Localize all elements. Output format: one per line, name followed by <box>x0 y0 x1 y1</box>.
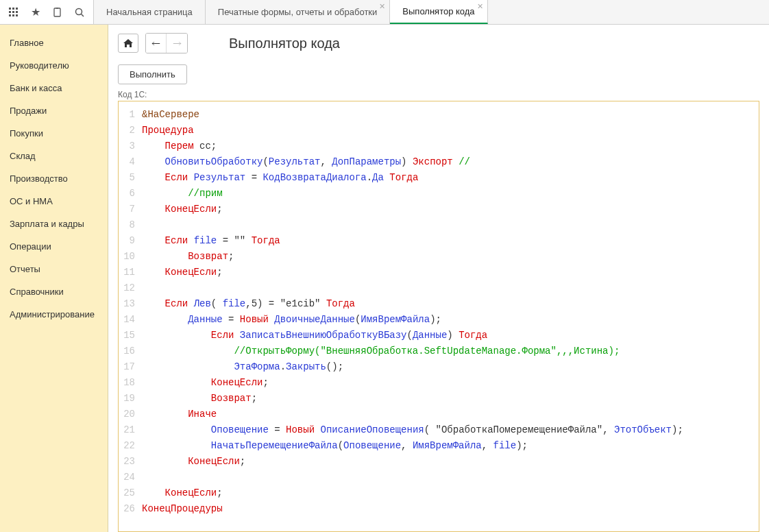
sidebar-item-7[interactable]: ОС и НМА <box>0 190 108 213</box>
code-text: Иначе <box>142 407 756 422</box>
code-text: Оповещение = Новый ОписаниеОповещения( "… <box>142 422 756 438</box>
tab-label: Печатные формы, отчеты и обработки <box>218 7 378 17</box>
back-button[interactable]: 🡐 <box>146 34 167 53</box>
star-icon[interactable]: ★ <box>25 0 47 25</box>
code-text: Если Результат = КодВозвратаДиалога.Да Т… <box>142 170 756 186</box>
tab-label: Выполнятор кода <box>402 6 474 16</box>
line-number: 1 <box>121 107 142 123</box>
sidebar-item-1[interactable]: Руководителю <box>0 54 108 77</box>
code-text: //прим <box>142 186 756 202</box>
clipboard-icon[interactable] <box>47 0 69 25</box>
code-text: Процедура <box>142 123 756 138</box>
svg-rect-5 <box>16 11 18 13</box>
sidebar-item-4[interactable]: Покупки <box>0 122 108 145</box>
tab-label: Начальная страница <box>106 7 193 17</box>
code-text: КонецПроцедуры <box>142 501 756 517</box>
line-number: 7 <box>121 202 142 217</box>
code-line: 12 <box>121 280 756 296</box>
code-label: Код 1С: <box>118 90 759 99</box>
code-line: 17 ЭтаФорма.Закрыть(); <box>121 359 756 375</box>
code-text: ЭтаФорма.Закрыть(); <box>142 359 756 375</box>
content-area: 🡐 🡒 Выполнятор кода Выполнить Код 1С: 1&… <box>108 25 769 532</box>
line-number: 22 <box>121 438 142 454</box>
sidebar-item-11[interactable]: Справочники <box>0 280 108 303</box>
line-number: 14 <box>121 312 142 328</box>
line-number: 3 <box>121 138 142 154</box>
svg-line-11 <box>82 14 84 16</box>
code-line: 15 Если ЗаписатьВнешниюОбработкуВБазу(Да… <box>121 328 756 343</box>
tab-2[interactable]: Выполнятор кода✕ <box>390 0 487 24</box>
close-icon[interactable]: ✕ <box>477 2 483 11</box>
code-line: 26КонецПроцедуры <box>121 501 756 517</box>
sidebar-item-6[interactable]: Производство <box>0 167 108 190</box>
sidebar-item-12[interactable]: Администрирование <box>0 303 108 326</box>
sidebar-item-8[interactable]: Зарплата и кадры <box>0 213 108 235</box>
code-line: 13 Если Лев( file,5) = "e1cib" Тогда <box>121 296 756 312</box>
code-text <box>142 217 756 233</box>
code-text: Если file = "" Тогда <box>142 233 756 249</box>
code-line: 5 Если Результат = КодВозвратаДиалога.Да… <box>121 170 756 186</box>
line-number: 18 <box>121 375 142 391</box>
svg-rect-2 <box>16 8 18 10</box>
line-number: 15 <box>121 328 142 343</box>
line-number: 4 <box>121 154 142 170</box>
svg-rect-3 <box>9 11 11 13</box>
line-number: 19 <box>121 391 142 407</box>
code-text: КонецЕсли; <box>142 485 756 501</box>
svg-rect-6 <box>9 14 11 16</box>
forward-button[interactable]: 🡒 <box>167 34 187 53</box>
sidebar: ГлавноеРуководителюБанк и кассаПродажиПо… <box>0 25 108 532</box>
code-line: 14 Данные = Новый ДвоичныеДанные(ИмяВрем… <box>121 312 756 328</box>
code-text <box>142 280 756 296</box>
svg-point-10 <box>76 8 82 14</box>
close-icon[interactable]: ✕ <box>379 2 385 11</box>
run-button[interactable]: Выполнить <box>118 64 187 84</box>
code-line: 7 КонецЕсли; <box>121 202 756 217</box>
code-line: 3 Перем сс; <box>121 138 756 154</box>
code-editor[interactable]: 1&НаСервере2Процедура3 Перем сс;4 Обнови… <box>118 101 759 532</box>
svg-rect-0 <box>9 8 11 10</box>
code-text: КонецЕсли; <box>142 265 756 280</box>
code-text: Перем сс; <box>142 138 756 154</box>
code-text: Возврат; <box>142 249 756 265</box>
code-line: 8 <box>121 217 756 233</box>
code-text: КонецЕсли; <box>142 202 756 217</box>
code-text: КонецЕсли; <box>142 454 756 470</box>
content-header: 🡐 🡒 Выполнятор кода <box>118 33 759 53</box>
sidebar-item-2[interactable]: Банк и касса <box>0 77 108 99</box>
sidebar-item-9[interactable]: Операции <box>0 235 108 258</box>
line-number: 17 <box>121 359 142 375</box>
sidebar-item-5[interactable]: Склад <box>0 145 108 167</box>
sidebar-item-3[interactable]: Продажи <box>0 99 108 122</box>
sidebar-item-0[interactable]: Главное <box>0 32 108 54</box>
tab-1[interactable]: Печатные формы, отчеты и обработки✕ <box>206 0 391 24</box>
line-number: 11 <box>121 265 142 280</box>
sidebar-item-10[interactable]: Отчеты <box>0 258 108 280</box>
svg-rect-4 <box>12 11 14 13</box>
code-line: 18 КонецЕсли; <box>121 375 756 391</box>
code-line: 21 Оповещение = Новый ОписаниеОповещения… <box>121 422 756 438</box>
tab-0[interactable]: Начальная страница <box>94 0 206 24</box>
code-line: 19 Возврат; <box>121 391 756 407</box>
line-number: 16 <box>121 343 142 359</box>
code-line: 11 КонецЕсли; <box>121 265 756 280</box>
code-line: 24 <box>121 470 756 485</box>
code-text: //ОткрытьФорму("ВнешняяОбработка.SeftUpd… <box>142 343 756 359</box>
home-button[interactable] <box>118 34 138 53</box>
line-number: 8 <box>121 217 142 233</box>
code-line: 9 Если file = "" Тогда <box>121 233 756 249</box>
code-text: Данные = Новый ДвоичныеДанные(ИмяВремФай… <box>142 312 756 328</box>
search-icon[interactable] <box>69 0 90 25</box>
line-number: 20 <box>121 407 142 422</box>
line-number: 25 <box>121 485 142 501</box>
code-text: Если Лев( file,5) = "e1cib" Тогда <box>142 296 756 312</box>
svg-rect-7 <box>12 14 14 16</box>
code-text: Возврат; <box>142 391 756 407</box>
nav-history: 🡐 🡒 <box>145 33 188 53</box>
code-text: НачатьПеремещениеФайла(Оповещение, ИмяВр… <box>142 438 756 454</box>
code-line: 25 КонецЕсли; <box>121 485 756 501</box>
apps-icon[interactable] <box>3 0 25 25</box>
code-line: 20 Иначе <box>121 407 756 422</box>
page-title: Выполнятор кода <box>229 36 340 51</box>
quick-icons: ★ <box>0 0 94 24</box>
